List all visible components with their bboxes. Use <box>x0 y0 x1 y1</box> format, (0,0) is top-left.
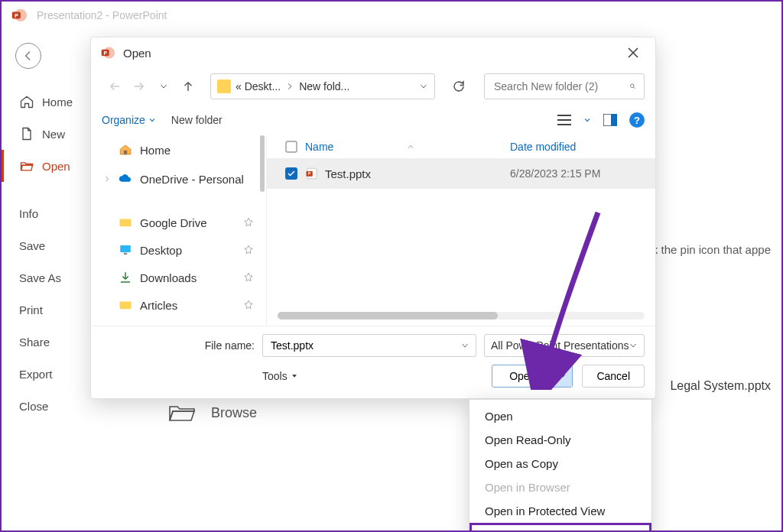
view-mode-button[interactable] <box>554 110 574 130</box>
column-name[interactable]: Name <box>305 141 510 153</box>
chevron-down-icon[interactable] <box>583 116 591 124</box>
menu-open-protected-view[interactable]: Open in Protected View <box>469 499 651 523</box>
menu-open-as-copy[interactable]: Open as Copy <box>469 452 651 475</box>
chevron-down-icon <box>148 116 156 124</box>
menu-open-read-only[interactable]: Open Read-Only <box>469 428 651 452</box>
place-articles[interactable]: Articles <box>91 291 266 319</box>
place-downloads[interactable]: Downloads <box>91 264 266 291</box>
preview-pane-button[interactable] <box>600 110 620 130</box>
file-name-input[interactable] <box>262 334 476 357</box>
back-button[interactable] <box>15 43 41 69</box>
breadcrumb-seg[interactable]: New fold... <box>299 80 349 92</box>
checkbox-unchecked-icon[interactable] <box>285 141 297 153</box>
dialog-footer: File name: All PowerPoint Presentations … <box>91 326 655 398</box>
file-type-filter[interactable]: All PowerPoint Presentations (*. <box>484 334 645 357</box>
dialog-nav-bar: « Deskt... New fold... <box>91 68 655 105</box>
open-button-main[interactable]: Open <box>492 365 552 387</box>
folder-icon <box>119 216 132 229</box>
column-date[interactable]: Date modified <box>510 141 648 153</box>
organize-menu[interactable]: Organize <box>102 114 156 126</box>
chevron-down-icon[interactable] <box>460 341 469 350</box>
recent-file-text: Legal System.pptx <box>670 379 771 393</box>
file-date: 6/28/2023 2:15 PM <box>510 167 648 180</box>
arrow-left-icon <box>22 50 34 62</box>
search-input[interactable] <box>484 73 645 99</box>
recent-locations-button[interactable] <box>154 76 174 96</box>
new-folder-button[interactable]: New folder <box>171 114 223 126</box>
nav-label: Close <box>19 400 48 413</box>
menu-open-in-browser: Open in Browser <box>469 475 651 499</box>
file-icon <box>19 126 34 141</box>
place-label: Downloads <box>140 271 197 284</box>
download-icon <box>119 271 132 284</box>
list-icon <box>557 115 571 125</box>
close-icon <box>628 47 638 58</box>
nav-back-button <box>105 76 125 96</box>
caret-down-icon <box>559 372 567 380</box>
close-button[interactable] <box>620 40 646 66</box>
place-home[interactable]: Home <box>91 135 260 164</box>
svg-rect-14 <box>286 141 297 152</box>
breadcrumb[interactable]: « Deskt... New fold... <box>210 73 435 99</box>
pin-icon[interactable] <box>243 217 254 228</box>
menu-open-and-repair[interactable]: Open and Repair... <box>469 523 651 532</box>
preview-pane-icon <box>603 114 617 126</box>
dialog-body: Home OneDrive - Personal Google Drive De… <box>91 135 655 326</box>
column-headers: Name Date modified <box>267 135 655 158</box>
folder-open-icon <box>19 158 34 174</box>
checkbox-checked-icon[interactable] <box>285 167 297 180</box>
nav-label: Print <box>19 303 43 316</box>
refresh-icon <box>452 79 466 93</box>
nav-label: Export <box>19 368 52 381</box>
pin-icon[interactable] <box>243 300 254 310</box>
places-scrollbar[interactable] <box>260 135 265 192</box>
place-label: Articles <box>140 299 177 312</box>
file-name-field[interactable] <box>269 339 460 352</box>
arrow-right-icon <box>132 79 146 93</box>
folder-icon <box>217 79 231 93</box>
chevron-right-icon <box>103 175 111 183</box>
cancel-button[interactable]: Cancel <box>582 365 645 388</box>
nav-label: Share <box>19 336 50 349</box>
horizontal-scrollbar[interactable] <box>278 312 645 320</box>
places-panel: Home OneDrive - Personal Google Drive De… <box>91 135 267 326</box>
place-onedrive[interactable]: OneDrive - Personal <box>91 164 260 193</box>
folder-icon <box>119 298 132 312</box>
cloud-icon <box>119 172 132 186</box>
nav-label: Info <box>19 207 38 220</box>
nav-label: Open <box>42 160 70 173</box>
tools-menu[interactable]: Tools <box>262 370 298 382</box>
place-google-drive[interactable]: Google Drive <box>91 209 266 236</box>
menu-open[interactable]: Open <box>469 404 651 428</box>
svg-rect-9 <box>124 151 128 154</box>
sort-asc-icon <box>407 143 414 151</box>
svg-text:P: P <box>103 50 107 56</box>
breadcrumb-seg[interactable]: « Deskt... <box>236 80 281 92</box>
chevron-down-icon <box>159 82 168 91</box>
svg-rect-12 <box>124 253 128 255</box>
browse-label: Browse <box>211 405 257 421</box>
chevron-down-icon[interactable] <box>419 82 428 91</box>
place-desktop[interactable]: Desktop <box>91 236 266 264</box>
pin-icon[interactable] <box>243 245 254 255</box>
place-label: OneDrive - Personal <box>140 173 244 186</box>
open-dialog: P Open « Deskt... New fold... Organize N… <box>90 37 656 399</box>
place-label: Desktop <box>140 244 182 257</box>
arrow-up-icon <box>181 79 195 93</box>
file-row[interactable]: PTest.pptx 6/28/2023 2:15 PM <box>267 158 655 189</box>
pin-icon[interactable] <box>243 272 254 283</box>
svg-text:P: P <box>308 171 311 176</box>
up-button[interactable] <box>178 76 198 96</box>
refresh-button[interactable] <box>446 73 472 99</box>
nav-forward-button <box>129 76 149 96</box>
file-name: Test.pptx <box>325 167 371 180</box>
svg-rect-10 <box>120 219 132 227</box>
caret-down-icon <box>291 372 298 380</box>
browse-row[interactable]: Browse <box>168 402 257 423</box>
search-field[interactable] <box>492 79 629 93</box>
search-icon <box>629 80 636 92</box>
open-button-dropdown[interactable] <box>552 365 572 387</box>
place-label: Google Drive <box>140 216 207 229</box>
help-button[interactable]: ? <box>629 112 645 128</box>
open-button[interactable]: Open <box>492 365 573 388</box>
